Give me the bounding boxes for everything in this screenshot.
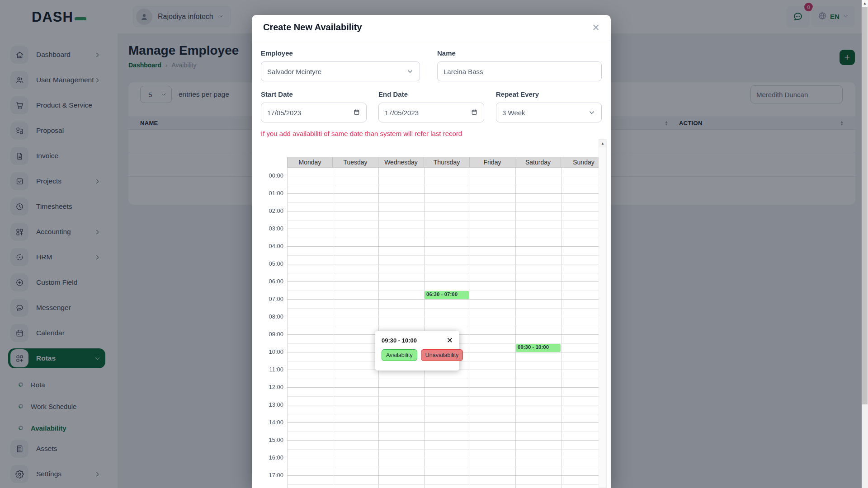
time-label: 14:00 — [261, 419, 283, 426]
employee-field-group: Employee Salvador Mcintyre — [261, 49, 420, 81]
day-header-thursday: Thursday — [424, 157, 470, 168]
chevron-down-icon — [406, 68, 414, 75]
time-label: 05:00 — [261, 260, 283, 267]
availability-event-thursday[interactable]: 06:30 - 07:00 — [425, 291, 469, 299]
day-header-wednesday: Wednesday — [378, 157, 424, 168]
employee-select[interactable]: Salvador Mcintyre — [261, 61, 420, 81]
end-date-input[interactable]: 17/05/2023 — [378, 103, 484, 122]
close-icon[interactable]: × — [592, 23, 599, 33]
create-availability-modal: Create New Availability × Employee Salva… — [252, 15, 611, 488]
availability-event-saturday[interactable]: 09:30 - 10:00 — [516, 344, 561, 352]
repeat-every-field-group: Repeat Every 3 Week — [496, 90, 602, 122]
scroll-up-arrow-icon[interactable]: ▲ — [599, 140, 606, 147]
time-label: 00:00 — [261, 172, 283, 179]
time-label: 03:00 — [261, 225, 283, 232]
end-date-field-group: End Date 17/05/2023 — [378, 90, 484, 122]
modal-body: Employee Salvador Mcintyre Name Start Da… — [252, 40, 611, 488]
unavailability-button[interactable]: Unavailability — [421, 349, 463, 361]
time-label: 13:00 — [261, 401, 283, 408]
modal-title: Create New Availability — [263, 22, 362, 33]
time-label: 15:00 — [261, 436, 283, 443]
name-field-group: Name — [437, 49, 602, 81]
time-label: 01:00 — [261, 190, 283, 197]
availability-button[interactable]: Availability — [382, 349, 417, 361]
same-date-warning: If you add availabiliti of same date tha… — [261, 130, 602, 137]
start-date-value: 17/05/2023 — [267, 109, 301, 117]
calendar-gutter — [261, 157, 287, 168]
modal-scrollbar[interactable]: ▲ — [599, 139, 607, 488]
name-input[interactable] — [437, 61, 602, 81]
end-date-value: 17/05/2023 — [385, 109, 419, 117]
calendar-scroll-area: MondayTuesdayWednesdayThursdayFridaySatu… — [261, 139, 602, 488]
scrollbar-thumb[interactable] — [862, 7, 868, 404]
availability-calendar: MondayTuesdayWednesdayThursdayFridaySatu… — [261, 139, 602, 488]
day-header-tuesday: Tuesday — [333, 157, 378, 168]
time-label: 04:00 — [261, 243, 283, 249]
day-header-sunday: Sunday — [561, 157, 602, 168]
form-row-1: Employee Salvador Mcintyre Name — [261, 49, 602, 81]
calendar-picker-icon[interactable] — [353, 108, 360, 117]
time-label: 10:00 — [261, 348, 283, 355]
repeat-every-label: Repeat Every — [496, 90, 602, 98]
employee-label: Employee — [261, 49, 420, 57]
calendar-day-header-row: MondayTuesdayWednesdayThursdayFridaySatu… — [261, 157, 602, 168]
time-label: 02:00 — [261, 207, 283, 214]
time-label: 09:00 — [261, 331, 283, 338]
page-scrollbar[interactable]: ▲ — [862, 0, 868, 488]
slot-action-popup: 09:30 - 10:00 ✕ Availability Unavailabil… — [375, 331, 459, 371]
time-label: 12:00 — [261, 384, 283, 390]
calendar-picker-icon[interactable] — [471, 108, 478, 117]
time-label: 16:00 — [261, 454, 283, 461]
modal-header: Create New Availability × — [252, 15, 611, 40]
end-date-label: End Date — [378, 90, 484, 98]
popup-buttons: Availability Unavailability — [382, 349, 453, 361]
day-header-saturday: Saturday — [515, 157, 561, 168]
repeat-every-select[interactable]: 3 Week — [496, 103, 602, 122]
name-label: Name — [437, 49, 602, 57]
popup-header: 09:30 - 10:00 ✕ — [382, 337, 453, 344]
close-icon[interactable]: ✕ — [447, 337, 453, 344]
time-label: 06:00 — [261, 278, 283, 285]
start-date-label: Start Date — [261, 90, 367, 98]
form-row-2: Start Date 17/05/2023 End Date 17/05/202… — [261, 90, 602, 122]
day-header-friday: Friday — [470, 157, 515, 168]
time-label: 07:00 — [261, 296, 283, 302]
popup-time-range: 09:30 - 10:00 — [382, 337, 417, 344]
scroll-up-arrow-icon[interactable]: ▲ — [862, 0, 868, 7]
start-date-field-group: Start Date 17/05/2023 — [261, 90, 367, 122]
time-label: 17:00 — [261, 472, 283, 479]
employee-select-value: Salvador Mcintyre — [267, 68, 321, 75]
day-header-monday: Monday — [287, 157, 333, 168]
start-date-input[interactable]: 17/05/2023 — [261, 103, 367, 122]
time-label: 11:00 — [261, 366, 283, 373]
time-label: 08:00 — [261, 313, 283, 320]
chevron-down-icon — [588, 109, 595, 116]
calendar-grid[interactable]: 09:30 - 10:00 ✕ Availability Unavailabil… — [261, 168, 602, 488]
repeat-every-value: 3 Week — [502, 109, 525, 117]
